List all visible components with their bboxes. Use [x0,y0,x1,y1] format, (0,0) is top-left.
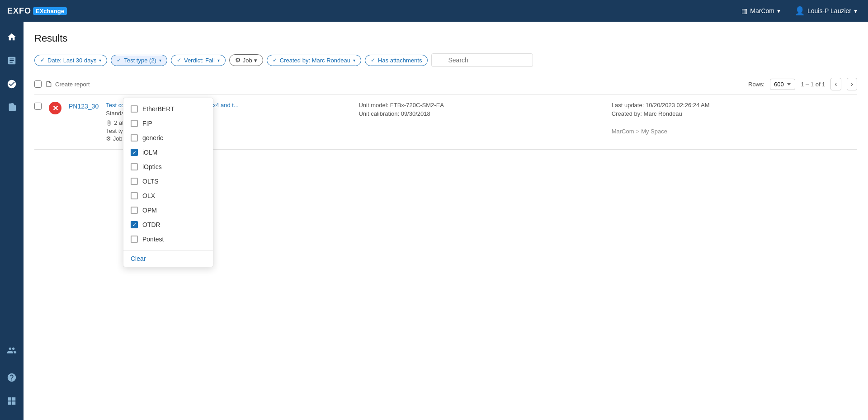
sidebar-item-home[interactable] [0,25,24,49]
rows-label: Rows: [748,81,764,88]
user-name: Louis-P Lauzier [807,7,851,14]
filter-test-type[interactable]: ✓ Test type (2) ▾ [111,55,167,66]
dropdown-item-fip[interactable]: FIP [123,116,213,131]
filter-verdict[interactable]: ✓ Verdict: Fail ▾ [171,55,226,66]
prev-page-button[interactable]: ‹ [830,78,841,90]
verdict-check-icon: ✓ [177,57,181,63]
result-created-by: Created by: Marc Rondeau [612,110,857,117]
dropdown-item-otdr[interactable]: ✓OTDR [123,217,213,232]
dropdown-label-iolm: iOLM [142,149,157,156]
workspace-selector[interactable]: ▦ MarCom ▾ [738,5,784,16]
dropdown-item-iolm[interactable]: ✓iOLM [123,145,213,160]
result-location: My Space [641,128,667,135]
dropdown-label-pontest: Pontest [142,236,164,243]
filter-created-by-label: Created by: Marc Rondeau [280,57,350,64]
dropdown-checkbox-otdr: ✓ [131,221,138,228]
app-logo: EXFO EXchange [7,6,67,16]
select-all-checkbox[interactable] [34,80,42,88]
user-chevron-icon: ▾ [854,7,857,14]
dropdown-scroll-area[interactable]: EtherBERTFIPgeneric✓iOLMiOpticsOLTSOLXOP… [123,98,213,250]
dropdown-label-olts: OLTS [142,178,159,185]
filter-created-by[interactable]: ✓ Created by: Marc Rondeau ▾ [267,55,361,66]
filter-job[interactable]: ⚙ Job ▾ [229,54,263,66]
dropdown-checkbox-olx [131,192,138,199]
table-header: Create report Rows: 600 100 200 1 – 1 of… [34,74,857,94]
test-type-dropdown: EtherBERTFIPgeneric✓iOLMiOpticsOLTSOLXOP… [123,98,213,267]
sidebar-item-jobs[interactable] [0,96,24,119]
rows-per-page-select[interactable]: 600 100 200 [770,79,795,90]
dropdown-item-ioptics[interactable]: iOptics [123,160,213,174]
table-header-left: Create report [34,80,90,88]
result-breadcrumb: MarCom > My Space [612,128,857,135]
date-chevron-icon: ▾ [99,58,101,63]
job-icon-small: ⚙ [106,135,113,142]
sidebar-item-help[interactable] [0,366,24,389]
filter-date[interactable]: ✓ Date: Last 30 days ▾ [34,55,107,66]
dropdown-label-fip: FIP [142,120,152,127]
dropdown-label-opm: OPM [142,207,157,214]
topbar-right: ▦ MarCom ▾ 👤 Louis-P Lauzier ▾ [738,4,861,18]
dropdown-label-otdr: OTDR [142,221,160,228]
next-page-button[interactable]: › [847,78,857,90]
dropdown-footer: Clear [123,250,213,267]
pagination-info: 1 – 1 of 1 [801,81,825,88]
dropdown-item-etherbert[interactable]: EtherBERT [123,102,213,116]
topbar: EXFO EXchange ▦ MarCom ▾ 👤 Louis-P Lauzi… [0,0,868,22]
result-id-text: PN123_30 [69,103,99,110]
test-type-chevron-icon: ▾ [159,58,161,63]
result-unit-calibration: Unit calibration: 09/30/2018 [359,110,604,117]
content-area: Results ✓ Date: Last 30 days ▾ ✓ Test ty… [24,22,868,420]
dropdown-checkbox-olts [131,178,138,185]
created-by-check-icon: ✓ [273,57,277,63]
result-checkbox-wrapper [34,102,42,111]
result-unit-model: Unit model: FTBx-720C-SM2-EA [359,102,604,109]
result-workspace: MarCom [612,128,634,135]
verdict-chevron-icon: ▾ [217,58,220,63]
attachments-check-icon: ✓ [371,57,375,63]
dropdown-checkbox-fip [131,120,138,127]
result-checkbox[interactable] [34,103,42,110]
dropdown-checkbox-iolm: ✓ [131,149,138,156]
filter-bar: ✓ Date: Last 30 days ▾ ✓ Test type (2) ▾… [34,53,857,67]
workspace-name: MarCom [750,7,774,14]
clear-button[interactable]: Clear [131,255,146,262]
result-id[interactable]: PN123_30 [69,102,99,110]
sidebar-item-reports[interactable] [0,49,24,72]
dropdown-checkbox-opm [131,207,138,214]
result-unit-col: Unit model: FTBx-720C-SM2-EA Unit calibr… [359,102,604,117]
dropdown-item-generic[interactable]: generic [123,131,213,145]
job-chevron-icon: ▾ [254,57,257,64]
search-input[interactable] [431,53,533,67]
dropdown-item-opm[interactable]: OPM [123,203,213,217]
sidebar-nav [0,22,24,420]
dropdown-checkbox-ioptics [131,163,138,170]
dropdown-label-ioptics: iOptics [142,163,162,170]
dropdown-label-olx: OLX [142,192,155,199]
user-avatar-icon: 👤 [795,6,805,16]
result-meta-col: Last update: 10/20/2023 02:26:24 AM Crea… [612,102,857,135]
dropdown-item-olx[interactable]: OLX [123,189,213,203]
workspace-chevron-icon: ▾ [777,7,780,14]
sidebar-item-team[interactable] [0,339,24,362]
created-by-chevron-icon: ▾ [353,58,355,63]
job-icon: ⚙ [235,57,241,64]
create-report-button[interactable]: Create report [45,80,90,88]
result-error-icon: ✕ [49,102,61,114]
filter-has-attachments[interactable]: ✓ Has attachments [365,55,428,66]
user-menu[interactable]: 👤 Louis-P Lauzier ▾ [791,4,861,18]
filter-verdict-label: Verdict: Fail [184,57,215,64]
main-wrapper: Results ✓ Date: Last 30 days ▾ ✓ Test ty… [0,22,868,420]
search-wrapper: 🔍 [431,53,857,67]
filter-job-label: Job [243,57,252,64]
test-type-check-icon: ✓ [117,57,121,63]
date-check-icon: ✓ [40,57,45,63]
sidebar-item-results[interactable] [0,72,24,96]
dropdown-item-olts[interactable]: OLTS [123,174,213,189]
dropdown-checkbox-generic [131,134,138,142]
dropdown-label-generic: generic [142,134,163,142]
sidebar-item-dashboard[interactable] [0,389,24,413]
dropdown-checkbox-etherbert [131,105,138,113]
exchange-logo-text: EXchange [33,7,67,15]
dropdown-item-pontest[interactable]: Pontest [123,232,213,246]
workspace-icon: ▦ [741,7,747,14]
